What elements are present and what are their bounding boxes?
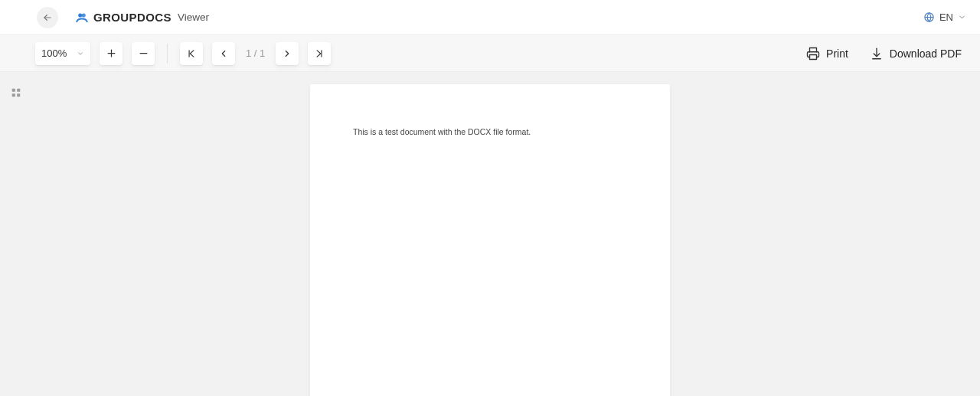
last-page-button[interactable] bbox=[308, 42, 331, 65]
svg-point-2 bbox=[82, 13, 86, 17]
globe-icon bbox=[923, 11, 935, 23]
svg-rect-13 bbox=[12, 93, 15, 97]
print-icon bbox=[806, 47, 820, 61]
svg-rect-9 bbox=[810, 54, 817, 59]
chevron-down-icon bbox=[77, 50, 84, 57]
page-stage[interactable]: This is a test document with the DOCX fi… bbox=[0, 72, 980, 396]
zoom-select[interactable]: 100% bbox=[35, 42, 90, 65]
brand-name: GROUPDOCS bbox=[93, 11, 172, 24]
svg-rect-14 bbox=[17, 93, 20, 97]
download-label: Download PDF bbox=[890, 47, 962, 60]
document-page: This is a test document with the DOCX fi… bbox=[310, 84, 670, 396]
page-indicator: 1 / 1 bbox=[246, 47, 265, 59]
toolbar-divider bbox=[167, 44, 168, 64]
back-button[interactable] bbox=[37, 7, 58, 28]
print-button[interactable]: Print bbox=[806, 47, 848, 61]
first-page-icon bbox=[186, 48, 197, 59]
svg-rect-12 bbox=[17, 89, 20, 92]
download-pdf-button[interactable]: Download PDF bbox=[870, 47, 962, 61]
zoom-in-button[interactable] bbox=[100, 42, 122, 65]
next-page-button[interactable] bbox=[276, 42, 299, 65]
groupdocs-logo-icon bbox=[75, 11, 89, 25]
prev-page-button[interactable] bbox=[212, 42, 235, 65]
brand-logo[interactable]: GROUPDOCS Viewer bbox=[75, 11, 209, 25]
first-page-button[interactable] bbox=[180, 42, 203, 65]
minus-icon bbox=[138, 47, 149, 59]
chevron-right-icon bbox=[282, 48, 292, 59]
last-page-icon bbox=[314, 48, 325, 59]
zoom-out-button[interactable] bbox=[132, 42, 155, 65]
print-label: Print bbox=[826, 47, 848, 60]
toolbar: 100% 1 / 1 bbox=[0, 35, 980, 72]
language-label: EN bbox=[939, 11, 953, 23]
language-selector[interactable]: EN bbox=[923, 11, 966, 23]
document-paragraph: This is a test document with the DOCX fi… bbox=[353, 127, 627, 136]
document-viewport: This is a test document with the DOCX fi… bbox=[0, 72, 980, 396]
svg-rect-11 bbox=[12, 89, 15, 92]
chevron-left-icon bbox=[218, 48, 229, 59]
plus-icon bbox=[106, 47, 117, 59]
svg-point-1 bbox=[78, 13, 82, 17]
grid-icon bbox=[11, 87, 21, 98]
app-header: GROUPDOCS Viewer EN bbox=[0, 0, 980, 35]
download-icon bbox=[870, 47, 884, 61]
chevron-down-icon bbox=[958, 13, 966, 21]
arrow-left-icon bbox=[42, 12, 53, 23]
zoom-level-label: 100% bbox=[41, 47, 67, 59]
app-name: Viewer bbox=[178, 11, 209, 23]
thumbnails-toggle[interactable] bbox=[11, 87, 21, 98]
